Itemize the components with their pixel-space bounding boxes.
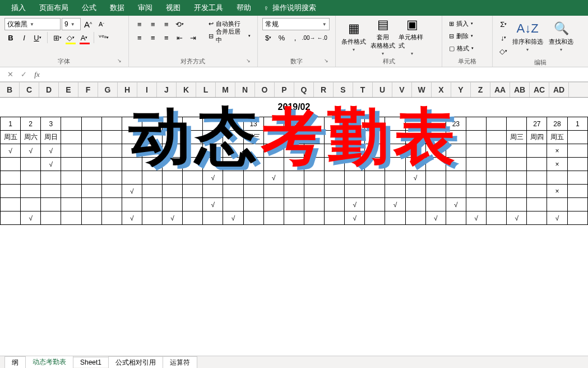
col-header[interactable]: L [196,82,216,97]
cell[interactable]: √ [41,158,61,171]
cell[interactable] [122,171,142,185]
decrease-indent-button[interactable]: ⇤ [174,31,186,44]
cell[interactable] [183,117,203,131]
underline-button[interactable]: U▾ [31,31,44,44]
cell[interactable] [284,171,304,185]
align-bottom-button[interactable]: ≡ [160,18,173,30]
cell[interactable] [142,185,162,198]
cell[interactable] [81,144,101,158]
col-header[interactable]: F [78,82,98,97]
cell[interactable] [101,117,122,131]
cell[interactable] [567,185,588,198]
cell[interactable] [567,144,588,158]
cell[interactable] [345,131,365,144]
col-header[interactable]: U [373,82,392,97]
sort-filter-button[interactable]: A↓Z 排序和筛选 ▾ [512,18,543,55]
cell[interactable] [163,158,183,171]
cell[interactable] [284,117,304,131]
col-header[interactable]: P [275,82,294,97]
cell[interactable] [163,171,183,185]
tab-formulas[interactable]: 公式 [75,0,103,16]
cell[interactable] [365,185,385,198]
cell[interactable] [81,171,101,185]
cell[interactable] [507,144,527,158]
cell[interactable]: 周五 [547,131,567,144]
cell[interactable] [507,198,527,211]
format-as-table-button[interactable]: ▤ 套用 表格格式 ▾ [369,18,396,55]
cell[interactable] [446,211,466,225]
cell[interactable] [527,198,547,211]
cell[interactable] [425,158,446,171]
cell[interactable] [81,185,101,198]
percent-button[interactable]: % [276,31,288,44]
cell[interactable] [487,171,507,185]
cell[interactable] [243,198,263,211]
cell[interactable] [183,171,203,185]
conditional-formatting-button[interactable]: ▦ 条件格式 ▾ [340,18,367,55]
col-header[interactable]: G [98,82,118,97]
cell[interactable] [101,185,122,198]
cell[interactable] [61,185,81,198]
cell[interactable] [385,158,405,171]
cell[interactable] [345,185,365,198]
cell[interactable] [385,185,405,198]
cell[interactable] [425,144,446,158]
cell[interactable] [183,198,203,211]
cell[interactable] [1,211,21,225]
col-header[interactable]: H [118,82,137,97]
cell[interactable]: 18 [345,117,365,131]
cell[interactable] [507,158,527,171]
col-header[interactable]: B [0,82,20,97]
col-header[interactable]: Z [471,82,490,97]
cell[interactable] [223,158,243,171]
cell[interactable] [507,171,527,185]
cell[interactable] [263,158,284,171]
cell[interactable]: 1 [567,117,588,131]
cell[interactable]: √ [466,211,486,225]
bold-button[interactable]: B [4,31,17,44]
number-group-launcher[interactable]: ↘ [323,58,330,65]
cell[interactable] [325,158,345,171]
cell[interactable]: 28 [547,117,567,131]
cell[interactable] [466,171,486,185]
cell[interactable]: × [547,158,567,171]
cell[interactable] [1,198,21,211]
merge-center-button[interactable]: ⊟ 合并后居中 ▾ [206,30,253,42]
cell[interactable]: √ [203,198,223,211]
col-header[interactable]: I [137,82,157,97]
cell[interactable] [527,171,547,185]
insert-cells-button[interactable]: ⊞ 插入 ▾ [447,18,475,29]
cell[interactable] [183,131,203,144]
cell[interactable] [527,211,547,225]
cell[interactable] [203,131,223,144]
cell[interactable]: √ [345,211,365,225]
alignment-group-launcher[interactable]: ↘ [245,58,252,65]
cell-styles-button[interactable]: ▣ 单元格样式 ▾ [399,18,425,55]
cell[interactable]: × [547,185,567,198]
fill-color-button[interactable]: ◇ ▾ [64,31,77,44]
cell[interactable] [163,185,183,198]
cell[interactable]: 周三 [243,131,263,144]
cell[interactable]: √ [122,185,142,198]
col-header[interactable]: D [39,82,59,97]
cell[interactable] [325,131,345,144]
cell[interactable] [304,131,324,144]
cell[interactable] [385,144,405,158]
cell[interactable] [325,185,345,198]
cell[interactable] [203,185,223,198]
cell[interactable] [183,144,203,158]
cell[interactable] [365,171,385,185]
cell[interactable] [527,158,547,171]
cell[interactable] [325,211,345,225]
formula-cancel-button[interactable]: ✕ [3,69,17,80]
decrease-font-size-button[interactable]: Aˇ [95,18,108,30]
cell[interactable] [101,158,122,171]
cell[interactable] [567,131,588,144]
cell[interactable] [101,171,122,185]
cell[interactable]: √ [122,211,142,225]
cell[interactable]: 1 [1,117,21,131]
cell[interactable]: √ [345,198,365,211]
cell[interactable]: 周日 [41,131,61,144]
col-header[interactable]: C [20,82,39,97]
cell[interactable]: √ [425,211,446,225]
